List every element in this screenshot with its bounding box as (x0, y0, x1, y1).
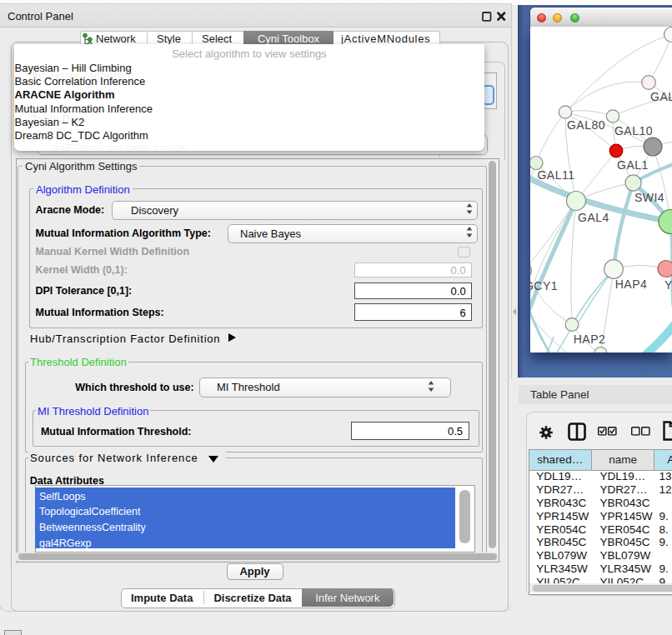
svg-text:GAL80: GAL80 (567, 118, 605, 132)
svg-text:SWI4: SWI4 (634, 191, 664, 204)
svg-text:GAL4: GAL4 (578, 211, 609, 224)
svg-text:GAL11: GAL11 (537, 168, 574, 182)
svg-text:YJ: YJ (664, 278, 672, 292)
svg-text:GAL7: GAL7 (650, 90, 672, 103)
svg-text:GAL10: GAL10 (614, 124, 653, 138)
svg-text:GAL1: GAL1 (617, 158, 649, 172)
svg-text:HAP2: HAP2 (574, 332, 606, 346)
svg-text:GCY1: GCY1 (530, 279, 558, 292)
svg-text:HAP4: HAP4 (615, 278, 648, 291)
